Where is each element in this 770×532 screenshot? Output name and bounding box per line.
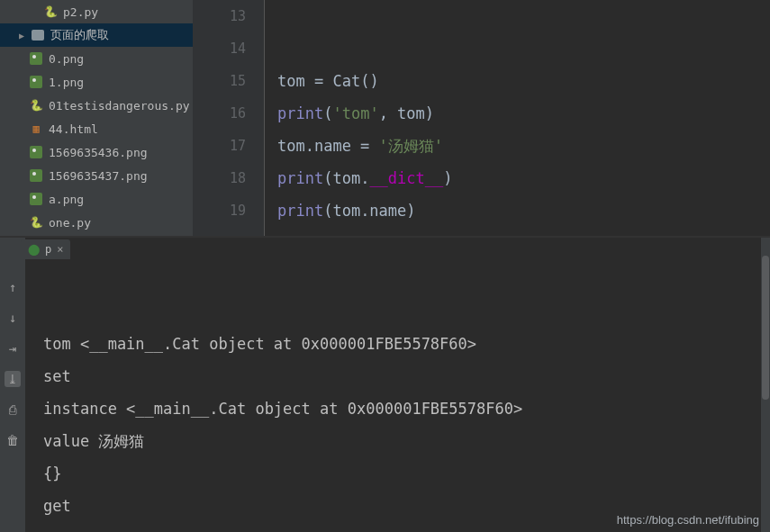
scroll-end-icon[interactable]: ⤓ [5, 371, 21, 387]
project-tree[interactable]: 🐍p2.py▶页面的爬取0.png1.png🐍01testisdangerous… [0, 0, 193, 236]
code-token: (tom. [323, 169, 369, 187]
tree-item-label: one.py [49, 216, 91, 230]
chevron-right-icon[interactable]: ▶ [16, 30, 27, 41]
scrollbar-vertical[interactable] [761, 238, 770, 532]
code-token: , tom) [379, 104, 434, 122]
tree-item-label: 01testisdangerous.py [49, 99, 190, 113]
tree-item-png[interactable]: 1.png [0, 70, 193, 94]
tree-item-label: a.png [49, 193, 84, 206]
html-icon: ▦ [29, 122, 43, 136]
tree-item-label: 1569635437.png [49, 169, 148, 183]
print-icon[interactable]: ⎙ [5, 401, 21, 418]
arrow-down-icon[interactable]: ↓ [5, 310, 21, 326]
line-number: 15 [193, 65, 246, 97]
code-token: 'tom' [332, 104, 378, 122]
line-number: 14 [193, 32, 246, 65]
gutter: 13 14 15 16 17 18 19 [193, 0, 265, 236]
folder-icon [31, 28, 45, 42]
console-line: set [43, 360, 770, 392]
image-icon [29, 168, 43, 183]
tree-item-html[interactable]: ▦44.html [0, 117, 193, 140]
tree-item-png[interactable]: 0.png [0, 47, 193, 70]
editor[interactable]: 13 14 15 16 17 18 19 tom = Cat() print('… [193, 0, 770, 236]
arrow-up-icon[interactable]: ↑ [5, 279, 21, 295]
tree-item-label: 0.png [49, 52, 84, 66]
code-token: print [277, 169, 323, 187]
python-icon: 🐍 [29, 98, 43, 113]
line-number: 18 [193, 162, 246, 194]
python-icon: 🐍 [29, 215, 43, 230]
image-icon [29, 51, 43, 66]
code-token: '汤姆猫' [379, 137, 443, 155]
line-number: 17 [193, 130, 246, 162]
watermark: https://blog.csdn.net/ifubing [617, 513, 759, 527]
python-icon: 🐍 [43, 5, 58, 19]
tree-item-folder[interactable]: ▶页面的爬取 [0, 23, 193, 47]
console-line: value 汤姆猫 [43, 425, 770, 457]
code-token: tom.name = [277, 137, 379, 155]
tree-item-python[interactable]: 🐍p2.py [0, 0, 193, 23]
tree-item-png[interactable]: 1569635436.png [0, 140, 193, 164]
tree-item-label: 44.html [49, 122, 98, 136]
console-output[interactable]: tom <__main__.Cat object at 0x000001FBE5… [25, 238, 770, 532]
code-token: print [277, 202, 323, 220]
console-line: {} [43, 457, 770, 490]
code-token: print [277, 104, 323, 122]
tree-item-png[interactable]: 1569635437.png [0, 164, 193, 187]
tree-item-label: 页面的爬取 [50, 27, 109, 43]
console-panel: ⬤ p × ↑ ↓ ⇥ ⤓ ⎙ 🗑 tom <__main__.Cat obje… [0, 238, 770, 532]
line-number: 19 [193, 194, 246, 227]
code-token: () [360, 72, 378, 90]
code-token: ( [323, 104, 332, 122]
code-token: ) [443, 169, 452, 187]
line-number: 16 [193, 97, 246, 130]
tree-item-png[interactable]: a.png [0, 187, 193, 211]
image-icon [29, 192, 43, 206]
wrap-icon[interactable]: ⇥ [5, 340, 21, 356]
scroll-thumb[interactable] [762, 256, 769, 400]
tree-item-python[interactable]: 🐍one.py [0, 211, 193, 234]
main-area: 🐍p2.py▶页面的爬取0.png1.png🐍01testisdangerous… [0, 0, 770, 236]
tree-item-label: 1569635436.png [49, 146, 148, 159]
code-token: Cat [332, 72, 360, 90]
code-token: (tom.name) [323, 202, 415, 220]
code-token: tom = [277, 72, 332, 90]
image-icon [29, 75, 43, 89]
tree-item-label: p2.py [63, 5, 98, 19]
line-number: 13 [193, 0, 246, 32]
code-token: __dict__ [369, 169, 443, 187]
delete-icon[interactable]: 🗑 [5, 432, 21, 448]
console-line: instance <__main__.Cat object at 0x00000… [43, 392, 770, 425]
console-line: tom <__main__.Cat object at 0x000001FBE5… [43, 328, 770, 360]
code-content[interactable]: tom = Cat() print('tom', tom) tom.name =… [265, 0, 770, 236]
console-toolbar: ↑ ↓ ⇥ ⤓ ⎙ 🗑 [0, 238, 25, 532]
image-icon [29, 145, 43, 159]
tree-item-python[interactable]: 🐍01testisdangerous.py [0, 94, 193, 117]
tree-item-label: 1.png [49, 76, 84, 89]
